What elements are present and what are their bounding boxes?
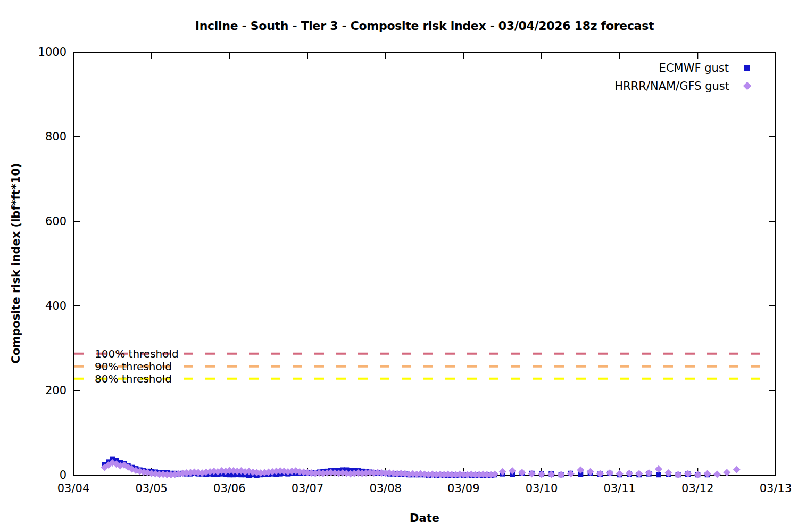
- legend-entry-ecmwf: ECMWF gust: [614, 60, 750, 76]
- y-tick-label: 1000: [38, 46, 66, 59]
- diamond-marker-icon: [743, 82, 752, 90]
- legend-label-ecmwf: ECMWF gust: [659, 62, 729, 74]
- y-tick-label: 0: [60, 469, 66, 481]
- legend-entry-hrrr-nam-gfs: HRRR/NAM/GFS gust: [614, 78, 750, 94]
- legend: ECMWF gust HRRR/NAM/GFS gust: [614, 60, 750, 94]
- x-tick-label: 03/09: [447, 482, 480, 495]
- chart-root: Incline - South - Tier 3 - Composite ris…: [0, 0, 798, 532]
- x-tick-label: 03/07: [292, 482, 324, 495]
- threshold-label-80: 80% threshold: [95, 372, 172, 386]
- legend-label-hrrr-nam-gfs: HRRR/NAM/GFS gust: [614, 80, 729, 93]
- x-tick-label: 03/05: [135, 482, 168, 495]
- plot-border: [73, 52, 776, 475]
- threshold-label-100: 100% threshold: [95, 347, 179, 361]
- x-tick-label: 03/10: [526, 482, 558, 495]
- x-tick-label: 03/04: [57, 482, 90, 495]
- y-tick-label: 800: [45, 130, 66, 143]
- x-tick-label: 03/06: [213, 482, 246, 495]
- y-tick-label: 600: [45, 215, 66, 228]
- square-marker-icon: [744, 65, 750, 71]
- x-axis-label: Date: [73, 512, 776, 525]
- data-point-hrrr-nam-gfs: [713, 470, 721, 478]
- x-tick-label: 03/08: [369, 482, 402, 495]
- y-axis-label: Composite risk index (lbf*ft*10): [10, 163, 22, 363]
- x-tick-label: 03/12: [681, 482, 714, 495]
- y-tick-label: 400: [45, 300, 66, 312]
- x-tick-label: 03/11: [603, 482, 636, 495]
- x-tick-label: 03/13: [760, 482, 792, 495]
- y-tick-label: 200: [45, 384, 66, 397]
- data-point-hrrr-nam-gfs: [655, 466, 662, 473]
- data-point-hrrr-nam-gfs: [733, 466, 741, 473]
